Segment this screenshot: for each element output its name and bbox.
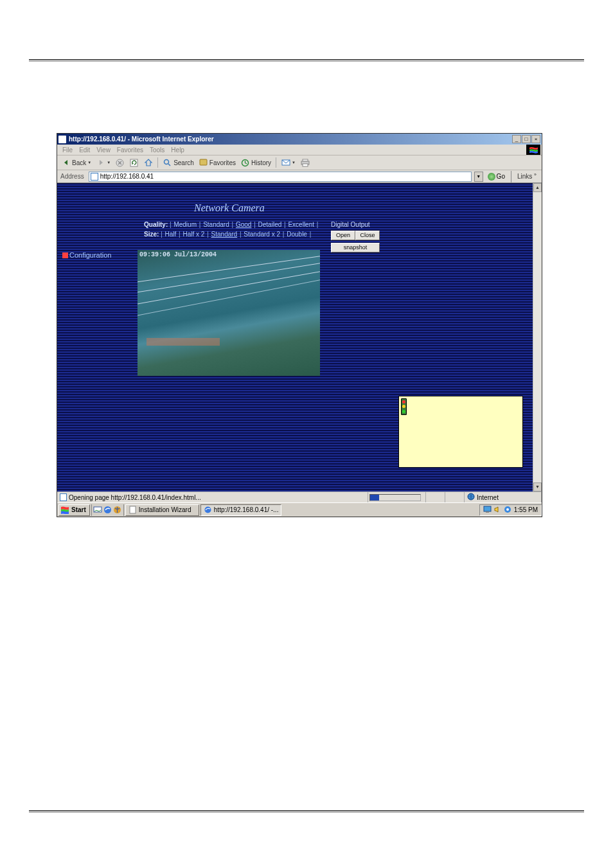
print-icon [300,158,310,168]
digital-output-label: Digital Output [331,221,370,228]
tooltip-popup [398,396,523,468]
video-timestamp: 09:39:06 Jul/13/2004 [139,251,217,258]
refresh-icon [129,158,139,168]
taskbar-item-label: http://192.168.0.41/ -... [214,506,279,513]
svg-rect-4 [200,159,207,165]
size-row: Size: | Half | Half x 2 | Standard | Sta… [144,231,311,238]
taskbar-item-ie-page[interactable]: http://192.168.0.41/ -... [200,504,282,516]
traffic-light-icon [401,398,407,415]
history-button[interactable]: History [239,158,272,168]
titlebar: http://192.168.0.41/ - Microsoft Interne… [57,134,542,145]
quality-option-medium[interactable]: Medium [173,221,197,228]
address-field[interactable]: http://192.168.0.41 [89,172,472,182]
open-button[interactable]: Open [331,231,355,240]
tray-clock[interactable]: 1:55 PM [514,506,538,513]
address-dropdown[interactable]: ▼ [474,172,483,182]
search-icon [163,158,172,168]
tray-volume-icon[interactable] [493,506,502,514]
page-icon [91,173,98,181]
quality-option-detailed[interactable]: Detailed [258,221,283,228]
favorites-icon [199,158,208,168]
vertical-scrollbar[interactable]: ▲ ▼ [533,183,542,492]
tray-network-icon[interactable] [504,506,512,514]
ql-desktop-icon[interactable] [93,505,103,515]
tray-display-icon[interactable] [483,506,492,514]
status-text: Opening page http://192.168.0.41/index.h… [69,494,201,501]
stop-icon [115,158,125,168]
status-page-icon [60,493,67,501]
addressbar: Address http://192.168.0.41 ▼ Go Links » [57,170,542,183]
quality-label: Quality: [144,221,170,228]
page-bottom-rule [29,810,584,813]
page-title: Network Camera [194,202,265,214]
quality-option-good[interactable]: Good [235,221,252,228]
address-url: http://192.168.0.41 [100,173,154,180]
search-label: Search [173,159,194,166]
favorites-label: Favorites [209,159,236,166]
size-label: Size: [144,231,161,238]
svg-point-19 [506,508,509,511]
size-option-half[interactable]: Half [164,231,177,238]
menubar: File Edit View Favorites Tools Help [57,145,542,155]
mail-button[interactable]: ▼ [280,158,297,168]
menu-tools[interactable]: Tools [150,146,164,154]
toolbar: Back ▼ ▼ Search Favorites History [57,155,542,170]
go-icon [488,173,495,181]
quality-option-standard[interactable]: Standard [202,221,230,228]
size-option-standard-x-2[interactable]: Standard x 2 [243,231,281,238]
go-button[interactable]: Go [486,173,507,181]
size-option-double[interactable]: Double [286,231,308,238]
quality-option-excellent[interactable]: Excellent [287,221,315,228]
taskbar-item-label: Installation Wizard [139,506,191,513]
favorites-button[interactable]: Favorites [197,158,237,168]
stop-button[interactable] [114,158,126,168]
video-feed[interactable]: 09:39:06 Jul/13/2004 [138,250,320,376]
svg-rect-9 [303,164,308,166]
scroll-down-icon[interactable]: ▼ [533,483,542,492]
forward-arrow-icon [96,158,105,168]
refresh-button[interactable] [128,158,140,168]
svg-rect-14 [130,506,136,513]
links-label[interactable]: Links » [515,172,540,180]
page-top-rule [29,59,584,62]
minimize-button[interactable]: _ [512,135,521,143]
home-icon [143,158,153,168]
video-detail [147,338,220,346]
window-title: http://192.168.0.41/ - Microsoft Interne… [69,136,510,143]
menu-view[interactable]: View [96,146,111,154]
start-button[interactable]: Start [58,504,90,516]
menu-help[interactable]: Help [171,146,184,154]
configuration-link[interactable]: Configuration [62,251,111,259]
print-button[interactable] [299,158,311,168]
system-tray: 1:55 PM [479,504,542,516]
mail-icon [281,158,290,168]
taskbar-item-installation-wizard[interactable]: Installation Wizard [125,504,199,516]
maximize-button[interactable]: □ [522,135,531,143]
forward-button[interactable]: ▼ [94,158,112,168]
scroll-up-icon[interactable]: ▲ [533,183,542,192]
svg-rect-17 [486,511,489,513]
ql-outlook-icon[interactable] [112,505,122,515]
taskbar: Start Installation Wizard http://192.168… [57,502,542,517]
statusbar: Opening page http://192.168.0.41/index.h… [57,492,542,502]
ql-ie-icon[interactable] [103,505,112,515]
menu-file[interactable]: File [62,146,73,154]
back-arrow-icon [61,158,71,168]
svg-rect-16 [484,506,491,511]
config-icon [62,252,68,258]
doc-icon [129,506,137,514]
start-label: Start [71,506,86,513]
configuration-label: Configuration [69,251,111,259]
quality-row: Quality: | Medium | Standard | Good | De… [144,221,318,228]
close-window-button[interactable]: × [531,135,540,143]
snapshot-button[interactable]: snapshot [331,243,380,252]
address-label: Address [58,173,86,180]
menu-favorites[interactable]: Favorites [117,146,143,154]
menu-edit[interactable]: Edit [79,146,90,154]
home-button[interactable] [142,158,154,168]
size-option-half-x-2[interactable]: Half x 2 [182,231,205,238]
search-button[interactable]: Search [161,158,195,168]
back-button[interactable]: Back ▼ [60,158,93,168]
close-button[interactable]: Close [355,231,380,240]
size-option-standard[interactable]: Standard [211,231,238,238]
